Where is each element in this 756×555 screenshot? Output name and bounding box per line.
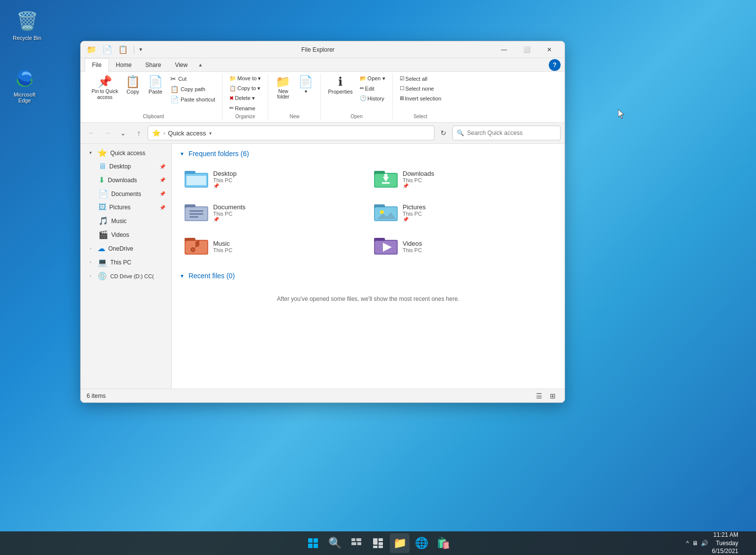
sidebar-item-onedrive[interactable]: › ☁ OneDrive bbox=[83, 242, 169, 255]
ribbon-collapse-button[interactable]: ▲ bbox=[194, 59, 206, 71]
task-view-button[interactable] bbox=[346, 533, 366, 553]
cut-label: Cut bbox=[178, 76, 187, 82]
sidebar-item-cd-drive[interactable]: › 💿 CD Drive (D:) CC( bbox=[83, 269, 169, 283]
desktop-icon-edge[interactable]: Microsoft Edge bbox=[5, 64, 44, 105]
address-path[interactable]: ⭐ › Quick access ▾ bbox=[148, 126, 435, 140]
up-button[interactable]: ↑ bbox=[132, 126, 146, 140]
maximize-button[interactable]: ⬜ bbox=[515, 41, 538, 58]
thispc-icon: 💻 bbox=[97, 258, 107, 267]
select-all-button[interactable]: ☑ Select all bbox=[397, 74, 444, 83]
sys-tray[interactable]: ^ 🖥 🔊 bbox=[686, 540, 708, 547]
history-button[interactable]: 🕐 History bbox=[357, 94, 388, 103]
folder-item-documents[interactable]: Documents This PC 📌 bbox=[180, 197, 367, 229]
folder-item-pictures[interactable]: Pictures This PC 📌 bbox=[369, 197, 557, 229]
downloads-folder-info: Downloads This PC 📌 bbox=[403, 170, 434, 189]
paste-button[interactable]: 📄 Paste bbox=[145, 74, 166, 97]
cut-button[interactable]: ✂ Cut bbox=[167, 74, 218, 84]
volume-icon[interactable]: 🔊 bbox=[701, 540, 708, 547]
forward-button[interactable]: → bbox=[100, 126, 114, 140]
music-sidebar-icon: 🎵 bbox=[98, 216, 108, 226]
search-box[interactable]: 🔍 bbox=[452, 126, 561, 140]
recent-locations-button[interactable]: ⌄ bbox=[116, 126, 130, 140]
edge-taskbar-button[interactable]: 🌐 bbox=[411, 533, 431, 553]
search-input[interactable] bbox=[467, 130, 556, 136]
sidebar-item-videos[interactable]: 🎬 Videos bbox=[94, 228, 169, 241]
pictures-folder-pin: 📌 bbox=[403, 217, 426, 222]
copy-to-button[interactable]: 📋 Copy to ▾ bbox=[226, 84, 264, 93]
sidebar-item-this-pc[interactable]: › 💻 This PC bbox=[83, 256, 169, 269]
desktop-sidebar-icon: 🖥 bbox=[98, 162, 106, 171]
svg-rect-42 bbox=[378, 546, 383, 548]
folder-item-downloads[interactable]: Downloads This PC 📌 bbox=[369, 163, 557, 195]
sidebar-item-downloads[interactable]: ⬇ Downloads 📌 bbox=[94, 173, 169, 187]
open-icon: 📂 bbox=[360, 75, 367, 82]
downloads-sidebar-icon: ⬇ bbox=[98, 175, 105, 185]
tab-view[interactable]: View bbox=[168, 59, 194, 71]
show-desktop-button[interactable] bbox=[742, 533, 750, 553]
tab-share[interactable]: Share bbox=[138, 59, 168, 71]
path-star-icon: ⭐ bbox=[152, 129, 160, 137]
copy-button[interactable]: 📋 Copy bbox=[122, 74, 144, 97]
sidebar-item-pictures[interactable]: 🖼 Pictures 📌 bbox=[94, 201, 169, 214]
new-item-button[interactable]: 📄 ▾ bbox=[295, 74, 316, 96]
history-label: History bbox=[368, 96, 384, 101]
svg-rect-34 bbox=[351, 538, 355, 541]
recent-files-header[interactable]: ▼ Recent files (0) bbox=[180, 272, 557, 280]
new-folder-button[interactable]: 📁 Newfolder bbox=[272, 74, 294, 101]
videos-folder-sub: This PC bbox=[403, 247, 422, 253]
sidebar-item-documents[interactable]: 📄 Documents 📌 bbox=[94, 187, 169, 200]
start-button[interactable] bbox=[303, 533, 323, 553]
tab-home[interactable]: Home bbox=[109, 59, 138, 71]
address-bar: ← → ⌄ ↑ ⭐ › Quick access ▾ ↻ 🔍 bbox=[81, 123, 565, 144]
folder-item-videos[interactable]: Videos This PC bbox=[369, 230, 557, 262]
invert-selection-button[interactable]: ⊞ Invert selection bbox=[397, 94, 444, 103]
refresh-button[interactable]: ↻ bbox=[437, 126, 450, 140]
sidebar-item-quick-access[interactable]: ▼ ⭐ Quick access bbox=[83, 146, 169, 160]
paste-shortcut-button[interactable]: 📄 Paste shortcut bbox=[167, 95, 218, 104]
select-none-button[interactable]: ☐ Select none bbox=[397, 84, 444, 93]
open-button[interactable]: 📂 Open ▾ bbox=[357, 74, 388, 83]
desktop-icon-recycle-bin[interactable]: 🗑️ Recycle Bin bbox=[7, 7, 47, 43]
title-bar: 📁 📄 📋 ▼ File Explorer — ⬜ ✕ bbox=[81, 41, 565, 58]
widgets-button[interactable] bbox=[368, 533, 388, 553]
properties-button[interactable]: ℹ Properties bbox=[325, 74, 355, 97]
invert-icon: ⊞ bbox=[400, 95, 404, 101]
file-explorer-taskbar-button[interactable]: 📁 bbox=[390, 533, 410, 553]
pin-quick-access-button[interactable]: 📌 Pin to Quickaccess bbox=[89, 74, 121, 102]
search-button[interactable]: 🔍 bbox=[325, 533, 345, 553]
cd-icon: 💿 bbox=[97, 271, 107, 281]
recent-chevron-icon: ▼ bbox=[180, 273, 185, 279]
frequent-folders-header[interactable]: ▼ Frequent folders (6) bbox=[180, 150, 557, 158]
move-to-button[interactable]: 📁 Move to ▾ bbox=[226, 74, 264, 83]
tb-dropdown-arrow[interactable]: ▼ bbox=[138, 47, 143, 52]
copy-path-button[interactable]: 📋 Copy path bbox=[167, 84, 218, 94]
sidebar-item-desktop[interactable]: 🖥 Desktop 📌 bbox=[94, 160, 169, 173]
network-icon[interactable]: 🖥 bbox=[692, 540, 698, 547]
help-button[interactable]: ? bbox=[549, 59, 561, 71]
list-view-button[interactable]: ☰ bbox=[533, 390, 545, 402]
search-icon: 🔍 bbox=[457, 130, 464, 136]
folder-item-music[interactable]: Music This PC bbox=[180, 230, 367, 262]
chevron-icon[interactable]: ^ bbox=[686, 540, 689, 547]
close-button[interactable]: ✕ bbox=[538, 41, 561, 58]
edit-button[interactable]: ✏ Edit bbox=[357, 84, 388, 93]
back-button[interactable]: ← bbox=[85, 126, 98, 140]
paste-shortcut-icon: 📄 bbox=[170, 96, 179, 103]
store-taskbar-button[interactable]: 🛍️ bbox=[433, 533, 453, 553]
tab-file[interactable]: File bbox=[85, 58, 109, 72]
window-controls: — ⬜ ✕ bbox=[493, 41, 561, 58]
taskbar-right: ^ 🖥 🔊 11:21 AM Tuesday 6/15/2021 bbox=[686, 531, 750, 555]
sidebar-item-music[interactable]: 🎵 Music bbox=[94, 214, 169, 228]
tb-separator bbox=[134, 46, 134, 54]
pin-label: Pin to Quickaccess bbox=[92, 89, 118, 100]
tile-view-button[interactable]: ⊞ bbox=[547, 390, 559, 402]
clock[interactable]: 11:21 AM Tuesday 6/15/2021 bbox=[712, 531, 738, 555]
minimize-button[interactable]: — bbox=[493, 41, 515, 58]
folder-item-desktop[interactable]: Desktop This PC 📌 bbox=[180, 163, 367, 195]
edge-label: Microsoft Edge bbox=[7, 92, 42, 103]
delete-button[interactable]: ✖ Delete ▾ bbox=[226, 94, 264, 103]
path-dropdown-icon[interactable]: ▾ bbox=[209, 131, 212, 136]
rename-button[interactable]: ✏ Rename bbox=[226, 103, 264, 113]
svg-rect-41 bbox=[373, 546, 378, 548]
pictures-folder-info: Pictures This PC 📌 bbox=[403, 203, 426, 222]
